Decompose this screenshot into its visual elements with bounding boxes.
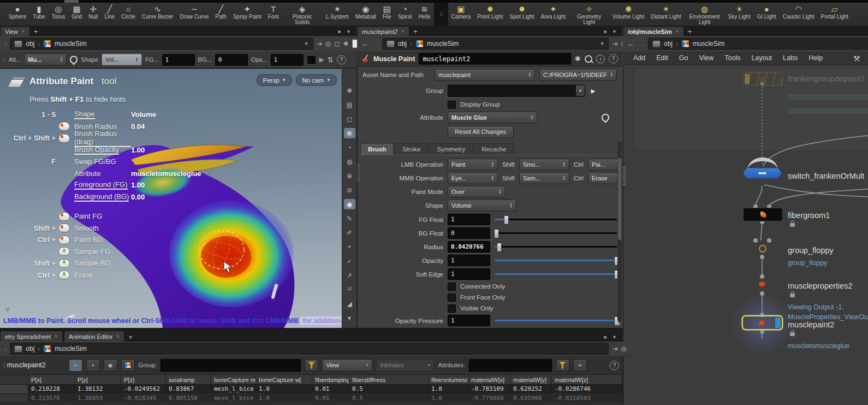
radius-input[interactable]: 0.0420766 bbox=[448, 241, 490, 253]
attributes-filter-input[interactable] bbox=[469, 359, 552, 372]
shelf-tool[interactable]: ✶ Distant Light bbox=[647, 3, 685, 26]
tab-geometry-spreadsheet[interactable]: etry Spreadsheet × bbox=[0, 331, 63, 342]
display-option-icon[interactable]: ◻ bbox=[344, 114, 355, 124]
breadcrumb-root[interactable]: obj bbox=[398, 40, 407, 48]
column-header[interactable]: fibervolumescal bbox=[429, 375, 468, 385]
row-header-cell[interactable] bbox=[0, 385, 28, 394]
display-option-icon[interactable]: ✓ bbox=[344, 256, 355, 266]
display-option-icon[interactable]: ⊕ bbox=[344, 171, 355, 181]
display-option-icon[interactable]: ▤ bbox=[344, 99, 355, 110]
chevron-down-icon[interactable]: ▼ bbox=[576, 85, 585, 96]
chevron-down-icon[interactable]: ▼ bbox=[304, 41, 309, 46]
pane-menu-icon[interactable]: ■ bbox=[604, 29, 607, 34]
opacity-option-input[interactable]: 1 bbox=[271, 54, 304, 66]
back-icon[interactable]: ← bbox=[627, 40, 634, 48]
display-option-icon[interactable]: ◔ bbox=[344, 142, 355, 152]
shelf-tool[interactable]: ○ Circle bbox=[118, 3, 139, 26]
opacity-pressure-input[interactable]: 1 bbox=[448, 315, 490, 326]
opacity-slider[interactable] bbox=[495, 256, 617, 265]
back-icon[interactable]: › bbox=[4, 40, 7, 48]
location-pin-icon[interactable] bbox=[600, 112, 611, 123]
display-option-icon[interactable]: ◢ bbox=[344, 298, 355, 309]
shelf-tool[interactable]: ● GI Light bbox=[754, 3, 780, 26]
help-icon[interactable]: ? bbox=[609, 54, 618, 63]
pane-divider-grip[interactable] bbox=[357, 163, 360, 182]
table-cell[interactable]: 0.01 bbox=[312, 385, 349, 394]
display-option-icon[interactable]: ◍ bbox=[344, 156, 355, 167]
attributes-funnel-button[interactable] bbox=[556, 359, 569, 372]
display-option-icon[interactable]: ✐ bbox=[344, 227, 355, 238]
table-cell[interactable]: mesh_l_bice bbox=[211, 394, 256, 403]
display-option-icon[interactable]: ▾ bbox=[344, 313, 355, 323]
vertices-mode-button[interactable]: • bbox=[86, 359, 100, 372]
shelf-tool[interactable]: ✧ Geometry Light bbox=[569, 3, 609, 26]
column-header[interactable]: axialramp bbox=[166, 375, 211, 385]
table-cell[interactable]: 0.83867 bbox=[166, 385, 211, 394]
table-cell[interactable]: -0.783109 bbox=[468, 385, 510, 394]
shape-option-dropdown[interactable]: Vol... ▲▼ bbox=[102, 54, 142, 66]
new-tab-button[interactable]: + bbox=[411, 27, 420, 36]
close-icon[interactable]: × bbox=[55, 333, 58, 339]
shelf-tool[interactable]: ✦ Spray Paint bbox=[230, 3, 265, 26]
breadcrumb[interactable]: obj › muscleSim bbox=[648, 38, 868, 50]
paint-mode-dropdown[interactable]: Over▲▼ bbox=[448, 186, 506, 198]
table-cell[interactable]: -0.0286746 bbox=[552, 385, 622, 394]
spinner-icon[interactable]: ▲▼ bbox=[528, 72, 531, 78]
table-cell[interactable]: 1.0 bbox=[256, 385, 312, 394]
table-cell[interactable]: 1.0 bbox=[429, 394, 468, 403]
snapshot-icon[interactable]: ◻ bbox=[334, 40, 340, 48]
display-group-checkbox[interactable] bbox=[448, 101, 456, 109]
breadcrumb-node[interactable]: muscleSim bbox=[55, 40, 87, 48]
shelf-tool[interactable]: ◉ Metaball bbox=[352, 3, 379, 26]
shelf-tool[interactable]: ▱ Portal Light bbox=[818, 3, 852, 26]
spinner-icon[interactable]: ▲▼ bbox=[610, 72, 613, 78]
node-name[interactable]: musclepaint2 bbox=[788, 320, 834, 329]
back-icon[interactable]: ← bbox=[361, 40, 368, 48]
mmb-operation-dropdown[interactable]: Eye...▲▼ bbox=[448, 172, 498, 184]
network-editor[interactable]: frankengroupdepaint1 switch_frankenOrMul… bbox=[623, 66, 868, 405]
display-option-icon[interactable]: ⊜ bbox=[344, 185, 355, 195]
connected-only-checkbox[interactable] bbox=[448, 283, 456, 291]
display-option-icon[interactable]: ¹² bbox=[344, 284, 355, 295]
table-cell[interactable]: -0.779668 bbox=[468, 394, 510, 403]
wrench-icon[interactable]: ⚒ bbox=[853, 54, 860, 63]
opacity-input[interactable]: 1 bbox=[448, 255, 490, 266]
stepper-icon[interactable]: ⇅ bbox=[328, 56, 334, 64]
shelf-tool[interactable]: ✹ Point Light bbox=[474, 3, 506, 26]
collapse-icon[interactable]: ‹ bbox=[3, 56, 5, 63]
shelf-tool[interactable]: ▦ Grid bbox=[68, 3, 85, 26]
forward-icon[interactable]: → bbox=[372, 40, 379, 48]
select-geometry-icon[interactable]: ► bbox=[590, 87, 597, 95]
shelf-tool[interactable]: ◠ Caustic Light bbox=[780, 3, 818, 26]
table-cell[interactable]: 0.210228 bbox=[28, 385, 75, 394]
lmb-shift-dropdown[interactable]: Smo...▲▼ bbox=[519, 159, 569, 171]
fg-float-slider[interactable] bbox=[495, 215, 617, 224]
table-cell[interactable]: -0.028345 bbox=[121, 394, 166, 403]
chevron-down-icon[interactable]: ▼ bbox=[346, 29, 351, 34]
parameter-tab[interactable]: Brush bbox=[360, 143, 394, 155]
view-dropdown[interactable]: View ▼ bbox=[322, 359, 372, 371]
column-header[interactable]: fiberdamping bbox=[312, 375, 349, 385]
network-node[interactable] bbox=[743, 208, 783, 221]
table-cell[interactable]: 0.635966 bbox=[510, 394, 552, 403]
display-option-icon[interactable]: • bbox=[344, 242, 355, 252]
pane-menu-icon[interactable]: ■ bbox=[604, 334, 607, 340]
shelf-tool[interactable]: ╱ Path bbox=[212, 3, 230, 26]
table-cell[interactable]: mesh_l_bice bbox=[211, 385, 256, 394]
shelf-tool[interactable]: ◔ Spiral bbox=[395, 3, 415, 26]
visible-only-checkbox[interactable] bbox=[448, 304, 456, 313]
pin-icon[interactable]: ⇥ bbox=[317, 40, 322, 48]
node-name-input[interactable]: musclepaint2 bbox=[419, 53, 571, 64]
breadcrumb-root[interactable]: obj bbox=[26, 40, 34, 48]
shelf-tool[interactable]: ✛ Null bbox=[85, 3, 101, 26]
soft-edge-input[interactable]: 1 bbox=[448, 268, 490, 280]
new-tab-button[interactable]: + bbox=[31, 27, 41, 36]
table-cell[interactable]: 0.805158 bbox=[166, 394, 211, 403]
help-icon[interactable]: ? bbox=[610, 361, 619, 370]
front-face-only-checkbox[interactable] bbox=[448, 294, 456, 302]
breadcrumb-root[interactable]: obj bbox=[664, 40, 673, 48]
table-cell[interactable]: 0.213576 bbox=[28, 394, 75, 403]
network-node[interactable] bbox=[743, 316, 782, 329]
parameter-tab[interactable]: Recache bbox=[474, 143, 514, 155]
column-header[interactable]: P[x] bbox=[28, 375, 75, 385]
